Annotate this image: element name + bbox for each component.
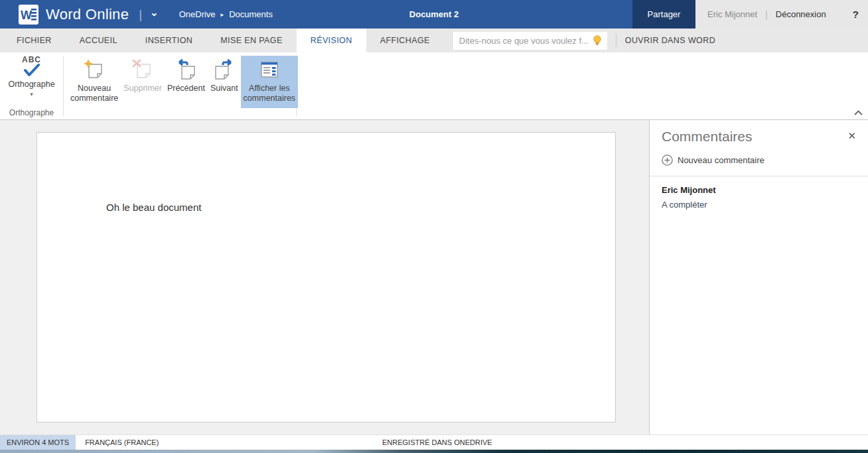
save-status: ENREGISTRÉ DANS ONEDRIVE — [382, 435, 492, 450]
comments-panel: Commentaires ✕ Nouveau commentaire Eric … — [649, 120, 868, 434]
show-comments-label: Afficher les commentaires — [244, 84, 296, 103]
group-label-orthographe: Orthographe — [0, 108, 63, 117]
breadcrumb: OneDrive ▸ Documents — [179, 9, 273, 19]
comment-text: A compléter — [662, 200, 856, 210]
new-comment-button[interactable]: Nouveau commentaire — [68, 56, 121, 108]
tell-me-input[interactable] — [459, 36, 592, 46]
tab-affichage[interactable]: AFFICHAGE — [366, 29, 444, 52]
ribbon-group-orthographe: ABC Orthographe ▾ Orthographe — [0, 52, 63, 119]
abc-spelling-icon: ABC — [22, 56, 41, 64]
delete-comment-icon — [131, 59, 154, 80]
titlebar-divider: | — [139, 7, 142, 22]
spelling-button[interactable]: ABC Orthographe ▾ — [0, 52, 63, 103]
ribbon: ABC Orthographe ▾ Orthographe Nouveau co… — [0, 52, 868, 120]
comment-author: Eric Mijonnet — [662, 185, 856, 195]
next-comment-button[interactable]: Suivant — [208, 56, 241, 108]
content-area: Oh le beau document Commentaires ✕ Nouve… — [0, 120, 868, 434]
tab-mise-en-page[interactable]: MISE EN PAGE — [206, 29, 296, 52]
comment-item[interactable]: Eric Mijonnet A compléter — [650, 176, 868, 210]
status-bar: ENVIRON 4 MOTS FRANÇAIS (FRANCE) ENREGIS… — [0, 434, 868, 450]
lightbulb-icon — [592, 34, 603, 46]
word-count-status[interactable]: ENVIRON 4 MOTS — [0, 435, 76, 450]
tabrow-divider — [616, 34, 616, 47]
breadcrumb-documents[interactable]: Documents — [229, 9, 273, 19]
account-area: Eric Mijonnet | Déconnexion ? — [695, 0, 868, 29]
spelling-button-label: Orthographe — [8, 80, 54, 89]
checkmark-icon — [23, 64, 40, 77]
next-comment-label: Suivant — [210, 84, 238, 94]
previous-comment-button[interactable]: Précédent — [165, 56, 208, 108]
tab-insertion[interactable]: INSERTION — [131, 29, 206, 52]
help-icon[interactable]: ? — [853, 9, 859, 20]
plus-circle-icon — [662, 155, 673, 166]
delete-comment-button: Supprimer — [121, 56, 165, 108]
breadcrumb-separator-icon: ▸ — [221, 11, 224, 18]
document-canvas: Oh le beau document — [0, 120, 649, 434]
ribbon-group-commentaires: Nouveau commentaire Supprimer Précédent — [64, 52, 296, 119]
document-title[interactable]: Document 2 — [409, 0, 459, 29]
tab-revision[interactable]: RÉVISION — [297, 29, 366, 52]
word-logo-icon[interactable]: W — [19, 5, 38, 25]
close-icon[interactable]: ✕ — [845, 129, 859, 143]
share-button[interactable]: Partager — [632, 0, 695, 29]
new-comment-icon — [83, 59, 106, 80]
show-comments-button[interactable]: Afficher les commentaires — [241, 56, 299, 108]
chevron-down-icon[interactable]: ⌄ — [150, 9, 159, 16]
new-comment-link[interactable]: Nouveau commentaire — [662, 155, 868, 166]
ribbon-tab-row: FICHIER ACCUEIL INSERTION MISE EN PAGE R… — [0, 29, 868, 52]
titlebar-right: Partager Eric Mijonnet | Déconnexion ? — [632, 0, 868, 29]
delete-comment-label: Supprimer — [123, 84, 162, 94]
document-text: Oh le beau document — [106, 202, 201, 213]
show-comments-icon — [258, 59, 281, 80]
tab-accueil[interactable]: ACCUEIL — [66, 29, 131, 52]
bottom-edge-strip — [0, 450, 868, 453]
title-bar: W Word Online | ⌄ OneDrive ▸ Documents D… — [0, 0, 868, 29]
previous-comment-icon — [175, 59, 197, 80]
signout-link[interactable]: Déconnexion — [776, 9, 826, 19]
collapse-ribbon-icon[interactable] — [854, 110, 863, 115]
previous-comment-label: Précédent — [167, 84, 205, 94]
next-comment-icon — [213, 59, 236, 80]
new-comment-label: Nouveau commentaire — [70, 84, 118, 103]
app-title: Word Online — [46, 6, 129, 23]
open-in-word-button[interactable]: OUVRIR DANS WORD — [625, 29, 715, 52]
dropdown-caret-icon: ▾ — [30, 91, 33, 97]
language-status[interactable]: FRANÇAIS (FRANCE) — [76, 435, 168, 450]
new-comment-link-label: Nouveau commentaire — [678, 155, 764, 165]
document-page[interactable]: Oh le beau document — [36, 132, 616, 422]
tab-fichier[interactable]: FICHIER — [3, 29, 66, 52]
tell-me-box — [453, 32, 607, 50]
breadcrumb-onedrive[interactable]: OneDrive — [179, 9, 216, 19]
account-divider: | — [765, 9, 768, 20]
svg-text:W: W — [21, 9, 32, 22]
user-name[interactable]: Eric Mijonnet — [707, 9, 757, 19]
comments-panel-title: Commentaires — [662, 129, 753, 145]
